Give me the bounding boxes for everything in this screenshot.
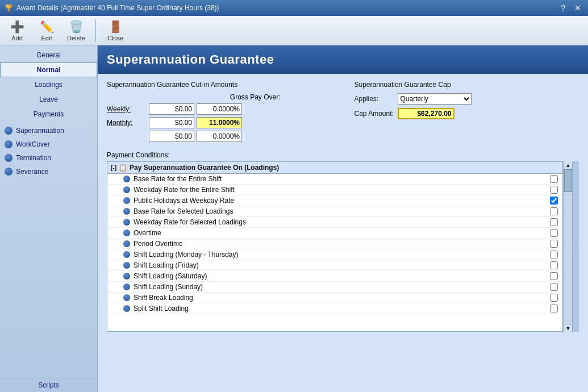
item-bullet <box>123 219 130 226</box>
toolbar: ➕ Add ✏️ Edit 🗑️ Delete 🚪 Close <box>0 16 588 45</box>
item-bullet <box>123 273 130 280</box>
item-bullet <box>123 262 130 269</box>
resize-icon: ⋮ <box>573 244 579 250</box>
tree-item-label: Base Rate for the Entire Shift <box>134 175 222 183</box>
delete-button[interactable]: 🗑️ Delete <box>64 19 89 43</box>
third-percent-input[interactable] <box>197 131 242 142</box>
tree-item-label: Shift Break Loading <box>134 294 193 302</box>
scrollbar[interactable]: ▲ ▼ <box>563 161 572 332</box>
tree-item: Shift Loading (Friday) <box>107 260 562 271</box>
section-header: Superannuation Guarantee <box>98 45 588 74</box>
tree-collapse-icon[interactable]: [-] <box>111 165 116 171</box>
scroll-down-button[interactable]: ▼ <box>564 324 573 332</box>
monthly-label: Monthly: <box>107 119 147 127</box>
tree-item-checkbox[interactable] <box>550 251 558 258</box>
tree-item: Base Rate for the Entire Shift <box>107 174 562 185</box>
tree-item-left: Shift Loading (Monday - Thursday) <box>123 251 239 258</box>
sidebar-item-superannuation[interactable]: Superannuation <box>0 124 97 137</box>
tree-item-left: Split Shift Loading <box>123 305 189 312</box>
item-bullet <box>123 230 130 236</box>
tree-item-checkbox[interactable] <box>550 186 558 194</box>
help-button[interactable]: ? <box>558 3 568 12</box>
workcover-label: WorkCover <box>16 140 50 148</box>
tree-item-checkbox[interactable] <box>550 305 558 312</box>
sidebar-item-normal[interactable]: Normal <box>0 62 97 77</box>
third-amount-input[interactable] <box>149 131 194 142</box>
edit-button[interactable]: ✏️ Edit <box>34 19 59 43</box>
tree-item-left: Period Overtime <box>123 240 183 248</box>
section-title: Superannuation Guarantee <box>107 52 274 66</box>
weekly-row: Weekly: <box>107 103 332 115</box>
cut-in-label: Superannuation Guarantee Cut-in Amounts <box>107 81 332 89</box>
sidebar-item-leave[interactable]: Leave <box>0 92 97 107</box>
tree-item-label: Shift Loading (Monday - Thursday) <box>134 251 239 258</box>
add-button[interactable]: ➕ Add <box>5 19 30 43</box>
window-title: Award Details (Agrimaster 40 Full Time S… <box>16 4 219 12</box>
sidebar-item-workcover[interactable]: WorkCover <box>0 137 97 151</box>
tree-header: [-] 📋 Pay Superannuation Guarantee On (L… <box>107 162 562 174</box>
item-bullet <box>123 186 130 193</box>
tree-item-left: Base Rate for Selected Loadings <box>123 207 233 215</box>
termination-bullet <box>5 154 12 162</box>
tree-item-checkbox[interactable] <box>550 197 558 205</box>
severance-bullet <box>5 168 12 176</box>
workcover-bullet <box>5 140 12 148</box>
sidebar-item-scripts[interactable]: Scripts <box>0 378 97 392</box>
tree-item-checkbox[interactable] <box>550 229 558 237</box>
tree-item-left: Shift Loading (Saturday) <box>123 272 207 280</box>
applies-label: Applies: <box>355 95 394 103</box>
item-bullet <box>123 251 130 258</box>
sidebar-item-loadings[interactable]: Loadings <box>0 77 97 92</box>
item-bullet <box>123 283 130 290</box>
cut-in-section: Superannuation Guarantee Cut-in Amounts … <box>107 81 332 144</box>
tree-item-checkbox[interactable] <box>550 175 558 183</box>
tree-item-checkbox[interactable] <box>550 240 558 248</box>
delete-label: Delete <box>67 35 85 41</box>
payment-conditions-tree[interactable]: [-] 📋 Pay Superannuation Guarantee On (L… <box>107 161 563 332</box>
monthly-percent-input[interactable] <box>197 117 242 128</box>
scroll-thumb[interactable] <box>564 169 572 192</box>
tree-item-left: Shift Break Loading <box>123 294 193 302</box>
monthly-amount-input[interactable] <box>149 117 194 128</box>
tree-header-label: Pay Superannuation Guarantee On (Loading… <box>130 164 279 172</box>
sidebar-item-general[interactable]: General <box>0 48 97 62</box>
cap-label: Superannuation Guarantee Cap <box>355 81 579 89</box>
tree-item: Period Overtime <box>107 239 562 249</box>
weekly-percent-input[interactable] <box>197 103 242 115</box>
applies-row: Applies: Weekly Monthly Quarterly Annual… <box>355 93 579 105</box>
tree-item-label: Overtime <box>134 229 161 237</box>
sidebar-item-termination[interactable]: Termination <box>0 151 97 165</box>
sidebar-item-payments[interactable]: Payments <box>0 107 97 122</box>
scroll-up-button[interactable]: ▲ <box>564 161 573 169</box>
close-button[interactable]: 🚪 Close <box>103 19 128 43</box>
tree-item: Base Rate for Selected Loadings <box>107 206 562 217</box>
tree-item-label: Weekday Rate for the Entire Shift <box>134 186 235 194</box>
tree-item: Shift Loading (Monday - Thursday) <box>107 249 562 260</box>
tree-item-checkbox[interactable] <box>550 218 558 226</box>
cap-amount-input[interactable] <box>398 108 454 119</box>
item-bullet <box>123 294 130 301</box>
tree-item-checkbox[interactable] <box>550 261 558 269</box>
item-bullet <box>123 305 130 312</box>
third-row <box>107 131 332 142</box>
tree-item-checkbox[interactable] <box>550 283 558 291</box>
cap-amount-label: Cap Amount: <box>355 110 394 118</box>
item-bullet <box>123 240 130 247</box>
superannuation-bullet <box>5 127 12 135</box>
close-label: Close <box>107 35 123 41</box>
applies-select[interactable]: Weekly Monthly Quarterly Annually <box>398 93 472 105</box>
resize-handle[interactable]: ⋮ <box>572 161 579 332</box>
tree-item-left: Weekday Rate for Selected Loadings <box>123 218 246 226</box>
sidebar-item-severance[interactable]: Severance <box>0 165 97 178</box>
cap-amount-row: Cap Amount: <box>355 108 579 119</box>
tree-item-checkbox[interactable] <box>550 272 558 280</box>
tree-item: Shift Loading (Saturday) <box>107 271 562 282</box>
tree-item-label: Split Shift Loading <box>134 305 189 312</box>
close-window-button[interactable]: ✕ <box>572 3 583 12</box>
weekly-amount-input[interactable] <box>149 103 194 115</box>
tree-item-checkbox[interactable] <box>550 294 558 302</box>
scroll-track <box>564 169 572 324</box>
tree-item-checkbox[interactable] <box>550 207 558 215</box>
content-body: Superannuation Guarantee Cut-in Amounts … <box>98 74 588 392</box>
main-layout: General Normal Loadings Leave Payments S… <box>0 45 588 392</box>
